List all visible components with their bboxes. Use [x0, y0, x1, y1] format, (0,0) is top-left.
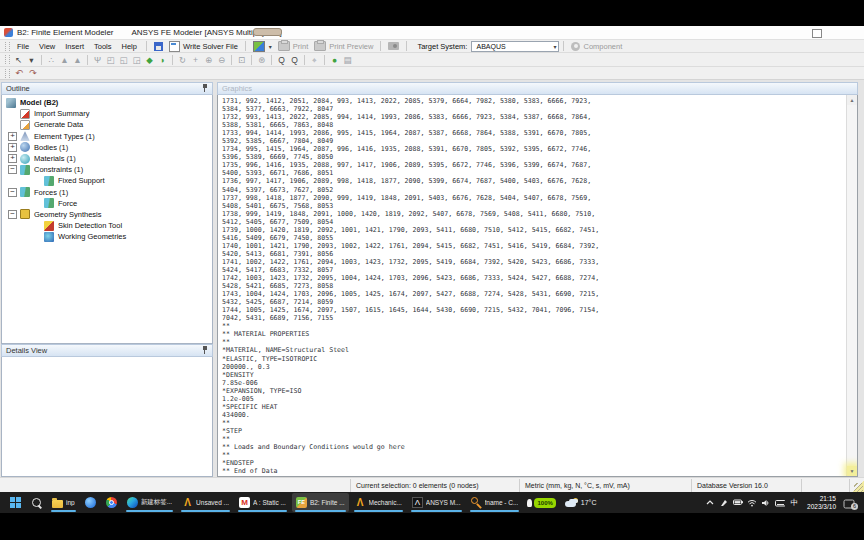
graphics-panel: Graphics 1731, 992, 1412, 2051, 2084, 99…	[217, 82, 858, 477]
pin-icon[interactable]	[201, 84, 208, 93]
pin-icon[interactable]	[201, 346, 208, 355]
print-preview-button[interactable]: Print Preview	[311, 41, 376, 51]
target-system-dropdown[interactable]: ABAQUS ▾	[471, 41, 559, 52]
outline-tree[interactable]: Model (B2)Import SummaryGenerate Data+El…	[1, 95, 213, 344]
expand-box[interactable]: +	[8, 143, 17, 152]
edge-icon	[127, 497, 138, 508]
pen-icon[interactable]	[719, 497, 729, 509]
tree-item-forces-1[interactable]: −Forces (1)	[2, 187, 212, 198]
tree-item-import-summary[interactable]: Import Summary	[2, 108, 212, 119]
menu-help[interactable]: Help	[117, 40, 142, 53]
taskbar-ansys-mapdl[interactable]: ANSYS M...	[408, 493, 465, 512]
graphics-content[interactable]: 1731, 992, 1412, 2051, 2084, 993, 1413, …	[218, 95, 847, 476]
select-bodies-icon[interactable]: ◲	[130, 54, 143, 66]
select-elements-icon[interactable]: ◱	[117, 54, 130, 66]
menu-file[interactable]: File	[12, 40, 34, 53]
select-mode-dropdown-icon[interactable]: ▾	[25, 54, 38, 66]
graphics-line: 5396, 5389, 6669, 7745, 8050	[222, 153, 847, 161]
next-view-icon[interactable]: ↷	[26, 68, 40, 79]
collapse-box[interactable]: −	[8, 210, 17, 219]
collapse-box[interactable]: −	[8, 188, 17, 197]
component-button[interactable]: Component	[568, 42, 625, 51]
legend-icon[interactable]: ▤	[341, 54, 354, 66]
wifi-icon[interactable]	[747, 497, 757, 509]
image-capture-button[interactable]: ▾	[250, 41, 275, 52]
scroll-down-icon[interactable]: ▼	[847, 466, 857, 476]
tree-item-materials-1[interactable]: +Materials (1)	[2, 153, 212, 164]
menu-insert[interactable]: Insert	[60, 40, 89, 53]
folder-icon	[52, 500, 63, 508]
notification-center-button[interactable]: 6	[843, 496, 856, 509]
zoom-in-icon[interactable]: ⊕	[202, 54, 215, 66]
show-body-icon[interactable]: ◗	[156, 54, 169, 66]
taskbar-fe-modeler[interactable]: B2: Finite ...	[292, 493, 349, 512]
box-zoom-icon[interactable]: ⊡	[235, 54, 248, 66]
taskbar-clock[interactable]: 21:15 2023/3/10	[804, 495, 839, 510]
collapse-box[interactable]: −	[8, 165, 17, 174]
tree-item-fixed-support[interactable]: Fixed Support	[2, 175, 212, 186]
key-icon	[471, 497, 482, 508]
taskbar-static-structural[interactable]: A : Static ...	[235, 493, 290, 512]
rotate-icon[interactable]: ↻	[176, 54, 189, 66]
taskbar-explorer-inp[interactable]: inp	[48, 493, 79, 512]
graphics-line: **	[222, 338, 847, 346]
magnifier-window-icon[interactable]: Q	[288, 54, 301, 66]
touch-keyboard-icon[interactable]	[775, 497, 785, 509]
power-icon	[527, 499, 532, 507]
toolbar-separator	[41, 55, 42, 65]
expand-box[interactable]: +	[8, 132, 17, 141]
maximize-icon[interactable]	[812, 29, 822, 38]
point-select-icon[interactable]: ●	[328, 54, 341, 66]
tree-item-element-types-1[interactable]: +Element Types (1)	[2, 131, 212, 142]
taskbar-start[interactable]	[6, 493, 25, 512]
save-button[interactable]	[151, 42, 166, 51]
tree-item-geometry-synthesis[interactable]: −Geometry Synthesis	[2, 209, 212, 220]
write-solver-file-button[interactable]: Write Solver File	[166, 41, 241, 52]
tree-item-bodies-1[interactable]: +Bodies (1)	[2, 142, 212, 153]
tree-item-constraints-1[interactable]: −Constraints (1)	[2, 164, 212, 175]
pan-icon[interactable]: +	[189, 54, 202, 66]
face-select-icon[interactable]: ▲	[71, 54, 84, 66]
taskbar-fname-window[interactable]: fname - C...	[467, 493, 523, 512]
select-nodes-icon[interactable]: ◰	[104, 54, 117, 66]
tray-chevron-up-icon[interactable]	[705, 497, 715, 509]
title-bar[interactable]: B2: Finite Element Modeler ANSYS FE Mode…	[0, 26, 864, 40]
resize-grip[interactable]	[850, 479, 864, 493]
tree-item-generate-data[interactable]: Generate Data	[2, 119, 212, 130]
speaker-icon[interactable]	[761, 497, 771, 509]
graphics-line: 5420, 5413, 6681, 7391, 8056	[222, 250, 847, 258]
battery-widget[interactable]: 100%	[524, 498, 558, 508]
vertical-scrollbar[interactable]: ▲ ▼	[846, 95, 857, 476]
isometric-view-icon[interactable]: ⌖	[308, 54, 321, 66]
fit-view-icon[interactable]: ⊛	[255, 54, 268, 66]
edge-select-icon[interactable]: ▲	[58, 54, 71, 66]
scroll-up-icon[interactable]: ▲	[847, 95, 857, 105]
zoom-out-icon[interactable]: ⊖	[215, 54, 228, 66]
menu-tools[interactable]: Tools	[89, 40, 117, 53]
ime-indicator[interactable]: 中	[789, 498, 801, 508]
extend-selection-icon[interactable]: Ψ	[91, 54, 104, 66]
taskbar-loop[interactable]	[81, 493, 100, 512]
menu-view[interactable]: View	[34, 40, 60, 53]
previous-view-icon[interactable]: ↶	[12, 68, 26, 79]
weather-widget[interactable]: 17°C	[561, 498, 601, 507]
select-cursor-icon[interactable]: ↖	[12, 54, 25, 66]
taskbar-chrome[interactable]	[102, 493, 121, 512]
expand-box[interactable]: +	[8, 154, 17, 163]
vertex-select-icon[interactable]: ∴	[45, 54, 58, 66]
show-mesh-icon[interactable]: ◆	[143, 54, 156, 66]
tree-label: Working Geometries	[58, 232, 126, 241]
print-button[interactable]: Print	[275, 41, 311, 51]
taskbar-search[interactable]	[27, 493, 46, 512]
tree-item-force[interactable]: Force	[2, 198, 212, 209]
clock-date: 2023/3/10	[807, 503, 836, 510]
magnifier-icon[interactable]: Q	[275, 54, 288, 66]
tray-battery-icon[interactable]	[733, 497, 743, 509]
taskbar-edge-newtab[interactable]: 新建标签...	[123, 493, 176, 512]
taskbar-mechanical[interactable]: Mechanic...	[351, 493, 406, 512]
tree-item-model-b2[interactable]: Model (B2)	[2, 97, 212, 108]
taskbar-ansys-unsaved[interactable]: Unsaved ...	[178, 493, 233, 512]
snapshot-button[interactable]	[385, 42, 402, 50]
tree-item-skin-detection-tool[interactable]: Skin Detection Tool	[2, 220, 212, 231]
tree-item-working-geometries[interactable]: Working Geometries	[2, 231, 212, 242]
